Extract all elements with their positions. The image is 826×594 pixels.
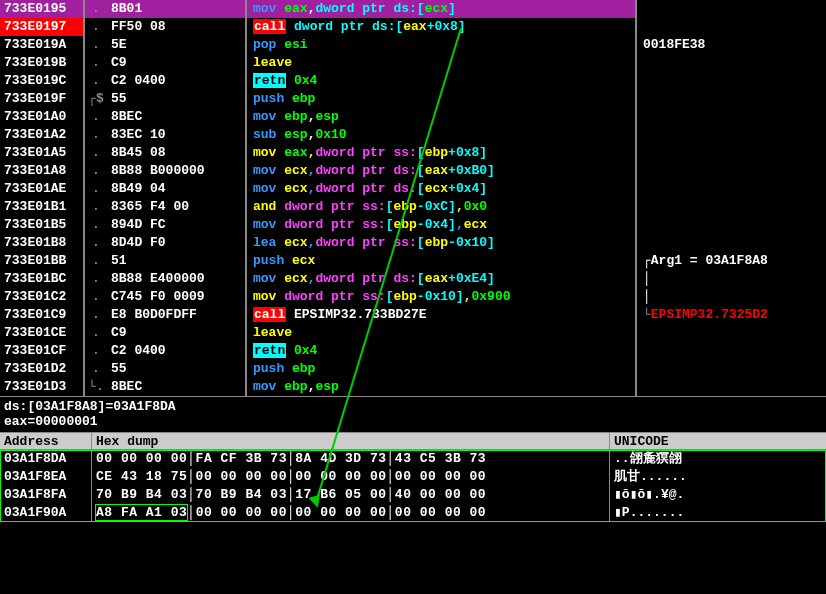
hex-cell: 8B45 08 xyxy=(107,144,247,162)
address-cell: 733E01CF xyxy=(0,342,85,360)
address-cell: 733E01A5 xyxy=(0,144,85,162)
prefix-cell: . xyxy=(85,198,107,216)
disasm-row[interactable]: 733E0197.FF50 08call dword ptr ds:[eax+0… xyxy=(0,18,826,36)
comment-cell xyxy=(637,378,826,396)
dump-hex: A8 FA A1 03│00 00 00 00│00 00 00 00│00 0… xyxy=(92,504,610,522)
disasm-row[interactable]: 733E01B8.8D4D F0lea ecx,dword ptr ss:[eb… xyxy=(0,234,826,252)
comment-cell xyxy=(637,90,826,108)
dump-unicode: ▮P....... xyxy=(610,504,826,522)
disasm-row[interactable]: 733E01C2.C745 F0 0009mov dword ptr ss:[e… xyxy=(0,288,826,306)
hex-cell: 894D FC xyxy=(107,216,247,234)
hex-cell: 55 xyxy=(107,360,247,378)
hex-dump-pane[interactable]: 03A1F8DA00 00 00 00│FA CF 3B 73│8A 4D 3D… xyxy=(0,450,826,522)
asm-cell: mov ecx,dword ptr ds:[ecx+0x4] xyxy=(247,180,637,198)
disasm-row[interactable]: 733E0195.8B01mov eax,dword ptr ds:[ecx] xyxy=(0,0,826,18)
dump-address: 03A1F90A xyxy=(0,504,92,522)
comment-cell: ┌Arg1 = 03A1F8A8 xyxy=(637,252,826,270)
address-cell: 733E01B1 xyxy=(0,198,85,216)
address-cell: 733E01AE xyxy=(0,180,85,198)
comment-cell: └EPSIMP32.7325D2 xyxy=(637,306,826,324)
hex-cell: 8365 F4 00 xyxy=(107,198,247,216)
prefix-cell: . xyxy=(85,342,107,360)
disasm-row[interactable]: 733E019C.C2 0400retn 0x4 xyxy=(0,72,826,90)
hex-cell: 8B01 xyxy=(107,0,247,18)
prefix-cell: . xyxy=(85,0,107,18)
comment-cell xyxy=(637,144,826,162)
hex-cell: 8BEC xyxy=(107,108,247,126)
dump-hex: 70 B9 B4 03│70 B9 B4 03│17 B6 05 00│40 0… xyxy=(92,486,610,504)
disasm-row[interactable]: 733E01C9.E8 B0D0FDFFcall EPSIMP32.733BD2… xyxy=(0,306,826,324)
hex-cell: 5E xyxy=(107,36,247,54)
address-cell: 733E0195 xyxy=(0,0,85,18)
prefix-cell: . xyxy=(85,72,107,90)
disasm-row[interactable]: 733E01A0.8BECmov ebp,esp xyxy=(0,108,826,126)
address-cell: 733E01B5 xyxy=(0,216,85,234)
disasm-row[interactable]: 733E01CE.C9leave xyxy=(0,324,826,342)
hex-cell: E8 B0D0FDFF xyxy=(107,306,247,324)
comment-cell: │ xyxy=(637,288,826,306)
disasm-row[interactable]: 733E01BB.51push ecx┌Arg1 = 03A1F8A8 xyxy=(0,252,826,270)
dump-row[interactable]: 03A1F8EACE 43 18 75│00 00 00 00│00 00 00… xyxy=(0,468,826,486)
address-cell: 733E01A2 xyxy=(0,126,85,144)
dump-unicode: ..翖麁猽翖 xyxy=(610,450,826,468)
status-bar: ds:[03A1F8A8]=03A1F8DA eax=00000001 xyxy=(0,396,826,432)
disasm-row[interactable]: 733E01CF.C2 0400retn 0x4 xyxy=(0,342,826,360)
asm-cell: sub esp,0x10 xyxy=(247,126,637,144)
prefix-cell: ┌$ xyxy=(85,90,107,108)
disasm-row[interactable]: 733E01D2.55push ebp xyxy=(0,360,826,378)
hex-cell: C9 xyxy=(107,54,247,72)
asm-cell: mov ecx,dword ptr ds:[eax+0xB0] xyxy=(247,162,637,180)
dump-header: Address Hex dump UNICODE xyxy=(0,432,826,450)
disasm-row[interactable]: 733E01D3└.8BECmov ebp,esp xyxy=(0,378,826,396)
comment-cell xyxy=(637,18,826,36)
prefix-cell: . xyxy=(85,162,107,180)
hex-cell: 8B49 04 xyxy=(107,180,247,198)
prefix-cell: . xyxy=(85,306,107,324)
dump-header-hex: Hex dump xyxy=(92,433,610,449)
asm-cell: push ecx xyxy=(247,252,637,270)
dump-row[interactable]: 03A1F90AA8 FA A1 03│00 00 00 00│00 00 00… xyxy=(0,504,826,522)
prefix-cell: . xyxy=(85,36,107,54)
disasm-row[interactable]: 733E01BC.8B88 E400000mov ecx,dword ptr d… xyxy=(0,270,826,288)
dump-unicode: 肌甘...... xyxy=(610,468,826,486)
comment-cell xyxy=(637,54,826,72)
address-cell: 733E01B8 xyxy=(0,234,85,252)
asm-cell: retn 0x4 xyxy=(247,342,637,360)
prefix-cell: . xyxy=(85,108,107,126)
hex-cell: C745 F0 0009 xyxy=(107,288,247,306)
address-cell: 733E01BB xyxy=(0,252,85,270)
hex-cell: 8B88 E400000 xyxy=(107,270,247,288)
comment-cell xyxy=(637,342,826,360)
disasm-row[interactable]: 733E01A5.8B45 08mov eax,dword ptr ss:[eb… xyxy=(0,144,826,162)
disasm-row[interactable]: 733E019A.5Epop esi0018FE38 xyxy=(0,36,826,54)
prefix-cell: . xyxy=(85,234,107,252)
comment-cell xyxy=(637,126,826,144)
asm-cell: mov dword ptr ss:[ebp-0x10],0x900 xyxy=(247,288,637,306)
asm-cell: push ebp xyxy=(247,360,637,378)
address-cell: 733E01D3 xyxy=(0,378,85,396)
disasm-row[interactable]: 733E019B.C9leave xyxy=(0,54,826,72)
comment-cell xyxy=(637,216,826,234)
prefix-cell: . xyxy=(85,126,107,144)
prefix-cell: . xyxy=(85,288,107,306)
prefix-cell: . xyxy=(85,54,107,72)
disasm-row[interactable]: 733E01A2.83EC 10sub esp,0x10 xyxy=(0,126,826,144)
comment-cell xyxy=(637,108,826,126)
dump-row[interactable]: 03A1F8DA00 00 00 00│FA CF 3B 73│8A 4D 3D… xyxy=(0,450,826,468)
comment-cell: 0018FE38 xyxy=(637,36,826,54)
disasm-row[interactable]: 733E019F┌$55push ebp xyxy=(0,90,826,108)
disasm-row[interactable]: 733E01B1.8365 F4 00and dword ptr ss:[ebp… xyxy=(0,198,826,216)
comment-cell xyxy=(637,324,826,342)
prefix-cell: . xyxy=(85,360,107,378)
disassembly-pane[interactable]: 733E0195.8B01mov eax,dword ptr ds:[ecx]7… xyxy=(0,0,826,396)
address-cell: 733E019C xyxy=(0,72,85,90)
asm-cell: mov eax,dword ptr ds:[ecx] xyxy=(247,0,637,18)
asm-cell: and dword ptr ss:[ebp-0xC],0x0 xyxy=(247,198,637,216)
dump-hex: CE 43 18 75│00 00 00 00│00 00 00 00│00 0… xyxy=(92,468,610,486)
disasm-row[interactable]: 733E01B5.894D FCmov dword ptr ss:[ebp-0x… xyxy=(0,216,826,234)
dump-hex: 00 00 00 00│FA CF 3B 73│8A 4D 3D 73│43 C… xyxy=(92,450,610,468)
dump-row[interactable]: 03A1F8FA70 B9 B4 03│70 B9 B4 03│17 B6 05… xyxy=(0,486,826,504)
asm-cell: pop esi xyxy=(247,36,637,54)
disasm-row[interactable]: 733E01A8.8B88 B000000mov ecx,dword ptr d… xyxy=(0,162,826,180)
hex-cell: 83EC 10 xyxy=(107,126,247,144)
